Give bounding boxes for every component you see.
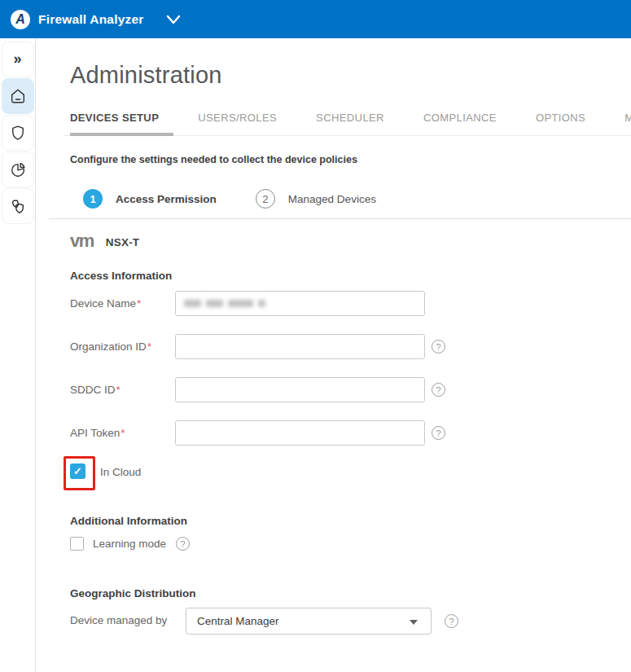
geographic-distribution-heading: Geographic Distribution <box>70 587 196 600</box>
device-name-label: Device Name* <box>70 297 141 310</box>
required-asterisk: * <box>147 340 151 353</box>
active-tab-underline <box>70 133 173 136</box>
sidebar-expand-button[interactable]: » <box>2 42 34 77</box>
dropdown-caret-icon <box>410 620 418 625</box>
overlapping-shields-icon <box>9 197 27 215</box>
device-managed-by-dropdown[interactable]: Central Manager <box>186 608 432 635</box>
page-title: Administration <box>70 62 222 89</box>
api-token-help-icon[interactable]: ? <box>432 426 445 440</box>
firewall-analyzer-app: A Firewall Analyzer » <box>0 0 631 672</box>
device-managed-by-label: Device managed by <box>70 614 167 626</box>
left-sidebar: » <box>0 38 36 672</box>
tab-clipped[interactable]: M <box>624 112 631 124</box>
required-asterisk: * <box>121 427 125 439</box>
tab-scheduler[interactable]: SCHEDULER <box>316 112 384 124</box>
vmware-logo: vm <box>70 232 94 253</box>
organization-id-input[interactable] <box>175 334 425 359</box>
sidebar-item-policies[interactable] <box>2 188 34 224</box>
expand-icon: » <box>13 51 21 68</box>
organization-id-help-icon[interactable]: ? <box>432 340 445 354</box>
home-icon <box>9 87 27 105</box>
sidebar-item-reports[interactable] <box>2 152 34 187</box>
step-2-label[interactable]: Managed Devices <box>288 193 376 205</box>
api-token-label: API Token* <box>70 427 125 439</box>
sddc-id-input[interactable] <box>175 377 425 402</box>
tab-compliance[interactable]: COMPLIANCE <box>423 112 497 124</box>
additional-information-heading: Additional Information <box>70 515 187 527</box>
sddc-id-label: SDDC ID* <box>70 384 121 396</box>
in-cloud-checkbox[interactable]: ✓ <box>70 463 85 479</box>
access-information-heading: Access Information <box>70 270 172 282</box>
tab-users-roles[interactable]: USERS/ROLES <box>198 112 277 124</box>
learning-mode-help-icon[interactable]: ? <box>176 537 190 551</box>
shield-icon <box>9 124 27 142</box>
section-divider <box>49 218 631 219</box>
organization-id-label: Organization ID* <box>70 340 151 353</box>
sddc-id-help-icon[interactable]: ? <box>432 383 445 397</box>
learning-mode-label: Learning mode <box>93 538 166 550</box>
api-token-input[interactable] <box>175 420 425 446</box>
device-vendor-row: vm NSX-T <box>70 233 139 251</box>
wizard-stepper: 1 Access Permission 2 Managed Devices <box>83 189 376 209</box>
device-name-input[interactable] <box>175 291 425 316</box>
device-managed-by-help-icon[interactable]: ? <box>445 614 458 628</box>
step-2-circle[interactable]: 2 <box>256 189 275 209</box>
top-header-bar: A Firewall Analyzer <box>0 0 631 38</box>
app-title: Firewall Analyzer <box>38 12 143 27</box>
page-description: Configure the settings needed to collect… <box>70 154 357 165</box>
step-1-circle[interactable]: 1 <box>83 189 103 209</box>
tab-options[interactable]: OPTIONS <box>536 112 585 124</box>
sidebar-item-home[interactable] <box>2 78 34 114</box>
app-logo-icon: A <box>11 10 30 29</box>
step-1-label[interactable]: Access Permission <box>116 193 217 205</box>
dropdown-selected-value: Central Manager <box>197 608 279 634</box>
required-asterisk: * <box>116 384 121 396</box>
tab-devices-setup[interactable]: DEVICES SETUP <box>70 112 159 124</box>
learning-mode-checkbox[interactable] <box>70 537 84 551</box>
app-switcher-chevron-down-icon[interactable] <box>164 14 182 25</box>
checkmark-icon: ✓ <box>73 465 82 477</box>
sidebar-item-security[interactable] <box>2 115 34 151</box>
in-cloud-label: In Cloud <box>100 466 141 478</box>
required-asterisk: * <box>137 297 141 310</box>
admin-tab-bar: DEVICES SETUP USERS/ROLES SCHEDULER COMP… <box>70 112 631 124</box>
device-type-label: NSX-T <box>106 236 140 248</box>
pie-chart-icon <box>9 160 27 178</box>
app-logo-letter: A <box>15 13 25 26</box>
